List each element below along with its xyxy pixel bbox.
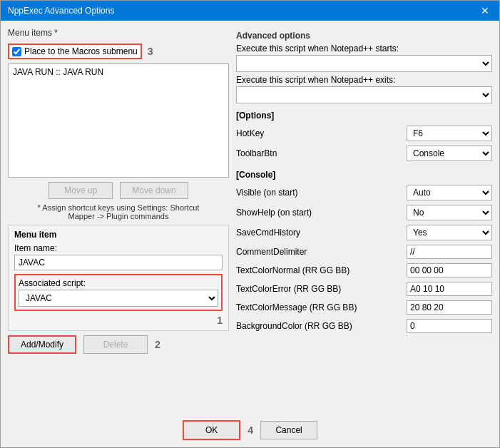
showhelp-select[interactable]: Yes No <box>407 205 492 220</box>
badge-3: 3 <box>148 46 153 57</box>
badge-4: 4 <box>248 424 253 436</box>
hint-line1: * Assign shortcut keys using Settings: S… <box>38 203 200 212</box>
hotkey-row: HotKey F6 <box>236 126 492 141</box>
backgroundcolor-input[interactable] <box>407 319 492 333</box>
textcolorerror-row: TextColorError (RR GG BB) <box>236 282 492 296</box>
close-button[interactable]: ✕ <box>478 5 492 16</box>
place-to-macros-checkbox[interactable] <box>12 47 21 56</box>
add-modify-button[interactable]: Add/Modify <box>8 335 76 354</box>
console-section: [Console] <box>236 170 492 180</box>
badge-1: 1 <box>217 315 223 326</box>
dialog-body: Menu items * Place to the Macros submenu… <box>1 21 499 414</box>
hint-text: * Assign shortcut keys using Settings: S… <box>8 203 229 220</box>
advanced-options-title: Advanced options <box>236 31 492 41</box>
move-buttons: Move up Move down <box>8 182 229 199</box>
action-buttons: Add/Modify Delete 2 <box>8 335 229 354</box>
ok-button[interactable]: OK <box>183 420 240 440</box>
title-bar: NppExec Advanced Options ✕ <box>1 1 499 21</box>
textcolormessage-label: TextColorMessage (RR GG BB) <box>236 302 407 312</box>
exec-start-group: Execute this script when Notepad++ start… <box>236 44 492 72</box>
dialog: NppExec Advanced Options ✕ Menu items * … <box>0 0 500 448</box>
associated-script-select[interactable]: JAVAC <box>19 290 218 307</box>
cancel-button[interactable]: Cancel <box>260 421 317 439</box>
delete-button[interactable]: Delete <box>83 335 148 354</box>
menu-items-listbox[interactable]: JAVA RUN :: JAVA RUN <box>8 63 229 178</box>
menu-items-label: Menu items * <box>8 28 58 38</box>
menu-item-section: Menu item Item name: Associated script: … <box>8 225 229 331</box>
showhelp-label: ShowHelp (on start) <box>236 208 407 218</box>
textcolorerror-label: TextColorError (RR GG BB) <box>236 284 407 294</box>
left-panel: Menu items * Place to the Macros submenu… <box>8 28 229 407</box>
savecmdhistory-label: SaveCmdHistory <box>236 228 407 238</box>
textcolornormal-row: TextColorNormal (RR GG BB) <box>236 263 492 278</box>
visible-select[interactable]: Auto Yes No <box>407 185 492 200</box>
right-panel: Advanced options Execute this script whe… <box>236 28 492 407</box>
item-name-input[interactable] <box>14 255 223 270</box>
toolbarbtn-select[interactable]: Console <box>407 146 492 161</box>
badge-2: 2 <box>155 339 160 350</box>
visible-label: Visible (on start) <box>236 188 407 198</box>
commentdelimiter-row: CommentDelimiter <box>236 245 492 259</box>
place-to-macros-checkbox-label[interactable]: Place to the Macros submenu <box>8 44 142 59</box>
item-name-group: Item name: <box>14 243 223 270</box>
backgroundcolor-label: BackgroundColor (RR GG BB) <box>236 321 407 331</box>
textcolorerror-input[interactable] <box>407 282 492 296</box>
hotkey-label: HotKey <box>236 128 407 138</box>
showhelp-row: ShowHelp (on start) Yes No <box>236 205 492 220</box>
hint-line2: Mapper -> Plugin commands <box>68 212 169 220</box>
textcolormessage-input[interactable] <box>407 300 492 315</box>
commentdelimiter-label: CommentDelimiter <box>236 247 407 257</box>
savecmdhistory-row: SaveCmdHistory Yes No <box>236 225 492 240</box>
list-item[interactable]: JAVA RUN :: JAVA RUN <box>10 66 227 78</box>
commentdelimiter-input[interactable] <box>407 245 492 259</box>
visible-row: Visible (on start) Auto Yes No <box>236 185 492 200</box>
toolbarbtn-label: ToolbarBtn <box>236 148 407 158</box>
move-up-button[interactable]: Move up <box>49 182 113 199</box>
exec-exit-group: Execute this script when Notepad++ exits… <box>236 75 492 103</box>
menu-items-header: Menu items * <box>8 28 229 39</box>
menu-item-section-title: Menu item <box>14 230 223 240</box>
savecmdhistory-select[interactable]: Yes No <box>407 225 492 240</box>
hotkey-select[interactable]: F6 <box>407 126 492 141</box>
textcolormessage-row: TextColorMessage (RR GG BB) <box>236 300 492 315</box>
toolbarbtn-row: ToolbarBtn Console <box>236 146 492 161</box>
move-down-button[interactable]: Move down <box>120 182 188 199</box>
options-section: [Options] <box>236 111 492 121</box>
exec-exit-label: Execute this script when Notepad++ exits… <box>236 75 492 85</box>
place-to-macros-text: Place to the Macros submenu <box>24 46 138 56</box>
exec-start-select[interactable] <box>236 55 492 72</box>
associated-script-label: Associated script: <box>19 278 218 288</box>
dialog-footer: OK 4 Cancel <box>1 414 499 447</box>
item-name-label: Item name: <box>14 243 223 253</box>
backgroundcolor-row: BackgroundColor (RR GG BB) <box>236 319 492 333</box>
exec-start-label: Execute this script when Notepad++ start… <box>236 44 492 54</box>
exec-exit-select[interactable] <box>236 86 492 103</box>
textcolornormal-input[interactable] <box>407 263 492 278</box>
associated-script-wrapper: Associated script: JAVAC <box>14 274 223 311</box>
dialog-title: NppExec Advanced Options <box>8 6 114 16</box>
textcolornormal-label: TextColorNormal (RR GG BB) <box>236 265 407 275</box>
